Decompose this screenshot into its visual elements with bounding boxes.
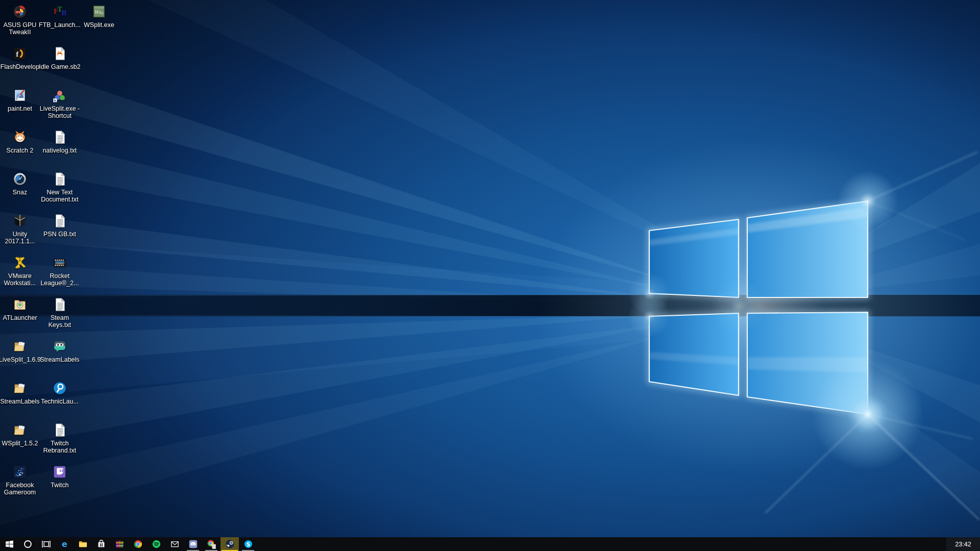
text-doc-icon — [51, 296, 68, 313]
taskbar-chrome-app-button[interactable] — [202, 537, 220, 551]
desktop-icon-asus-gpu-tweakii[interactable]: GPUASUS GPUTweakII — [0, 3, 40, 36]
desktop-icon-twitch[interactable]: Twitch — [40, 463, 80, 489]
search-ring-icon — [23, 539, 33, 549]
desktop-icon-techniclau[interactable]: TechnicLau... — [40, 380, 80, 406]
asus-gpu-tweak-icon: GPU — [11, 3, 29, 20]
desktop: GPUASUS GPUTweakIIfFlashDeveloppaint.net… — [0, 0, 980, 551]
facebook-gameroom-icon — [11, 463, 29, 481]
chrome-page-icon — [207, 539, 216, 549]
desktop-icon-label: WSplit_1.5.2 — [2, 440, 38, 447]
svg-text:S: S — [246, 541, 250, 548]
desktop-icon-label: FlashDevelop — [1, 64, 39, 71]
wsplit-exe-icon: Ws2 — [90, 3, 108, 20]
taskbar-mail-button[interactable] — [165, 537, 184, 551]
explorer-folder-icon — [78, 539, 88, 549]
edge-icon: e — [60, 539, 69, 549]
desktop-icon-wsplit-1-5-2[interactable]: WSplit_1.5.2 — [0, 421, 40, 447]
desktop-icon-paint-net[interactable]: paint.net — [0, 87, 40, 113]
desktop-icon-label: Unity2017.1.1... — [5, 231, 35, 245]
task-view-icon — [41, 539, 51, 549]
mail-envelope-icon — [170, 539, 180, 549]
taskbar-edge-button[interactable]: e — [55, 537, 74, 551]
desktop-icon-atlauncher[interactable]: ATLauncher — [0, 296, 40, 322]
text-doc-icon — [51, 129, 68, 146]
desktop-icon-idle-game-sb2[interactable]: Idle Game.sb2 — [40, 45, 80, 71]
streamlabs-face-icon — [51, 338, 68, 355]
desktop-icon-grid: GPUASUS GPUTweakIIfFlashDeveloppaint.net… — [0, 0, 980, 551]
chrome-icon — [133, 539, 143, 549]
store-bag-icon — [96, 539, 106, 549]
taskbar-clock[interactable]: 23:42 — [946, 537, 980, 551]
taskbar-start-button[interactable] — [0, 537, 18, 551]
taskbar-task-view-button[interactable] — [37, 537, 55, 551]
scratch-cat-icon — [11, 129, 29, 146]
desktop-icon-psn-gb-txt[interactable]: PSN GB.txt — [40, 212, 80, 238]
taskbar-discord-button[interactable] — [184, 537, 202, 551]
discord-icon — [188, 539, 198, 549]
desktop-icon-nativelog-txt[interactable]: nativelog.txt — [40, 129, 80, 155]
desktop-icon-label: Snaz — [13, 189, 28, 196]
taskbar-store-button[interactable] — [92, 537, 110, 551]
desktop-icon-label: paint.net — [8, 106, 32, 113]
scratch-doc-icon — [51, 45, 68, 62]
taskbar: eS 23:42 — [0, 537, 980, 551]
desktop-icon-twitch-rebrand-txt[interactable]: TwitchRebrand.txt — [40, 421, 80, 454]
desktop-icon-livesplit-exe-shortcut[interactable]: LiveSplit.exe -Shortcut — [40, 87, 80, 119]
desktop-icon-label: FTB_Launch... — [39, 22, 81, 29]
desktop-icon-label: LiveSplit_1.6.9 — [0, 357, 41, 364]
desktop-icon-label: Idle Game.sb2 — [39, 64, 80, 71]
desktop-icon-label: ASUS GPUTweakII — [4, 22, 37, 36]
folder-papers-icon — [11, 421, 29, 439]
taskbar-buttons: eS — [0, 537, 257, 551]
desktop-icon-label: TwitchRebrand.txt — [43, 440, 77, 454]
taskbar-steam-button[interactable] — [220, 537, 239, 551]
taskbar-skype-button[interactable]: S — [239, 537, 257, 551]
folder-papers-icon — [11, 338, 29, 355]
desktop-icon-label: VMwareWorkstati... — [4, 273, 36, 287]
snaz-icon — [11, 170, 29, 188]
twitch-icon — [51, 463, 68, 481]
taskbar-spotify-button[interactable] — [147, 537, 165, 551]
desktop-icon-facebook-gameroom[interactable]: FacebookGameroom — [0, 463, 40, 496]
desktop-icon-vmware-workstati[interactable]: VMwareWorkstati... — [0, 254, 40, 287]
unity-cube-icon — [11, 212, 29, 230]
ftb-icon: FTB — [51, 3, 68, 20]
atlauncher-folder-icon — [11, 296, 29, 313]
paintnet-icon — [11, 87, 29, 104]
desktop-icon-label: Scratch 2 — [7, 147, 34, 155]
winrar-books-icon — [115, 539, 125, 549]
desktop-icon-livesplit-1-6-9[interactable]: LiveSplit_1.6.9 — [0, 338, 40, 364]
taskbar-file-explorer-button[interactable] — [74, 537, 92, 551]
desktop-icon-label: TechnicLau... — [41, 398, 79, 406]
desktop-icon-snaz[interactable]: Snaz — [0, 170, 40, 196]
desktop-icon-label: New TextDocument.txt — [41, 189, 79, 203]
skype-icon: S — [243, 539, 253, 549]
desktop-icon-wsplit-exe[interactable]: Ws2WSplit.exe — [79, 3, 119, 29]
taskbar-empty-area — [257, 537, 946, 551]
desktop-icon-rocket-league-2[interactable]: RocketLeague®_2... — [40, 254, 80, 287]
steam-icon — [225, 539, 235, 549]
desktop-icon-streamlabels[interactable]: StreamLabels — [0, 380, 40, 406]
desktop-icon-label: StreamLabels — [40, 357, 79, 364]
video-file-icon — [51, 254, 68, 271]
desktop-icon-ftb-launch[interactable]: FTBFTB_Launch... — [40, 3, 80, 29]
text-doc-icon — [51, 421, 68, 439]
desktop-icon-label: FacebookGameroom — [4, 482, 36, 496]
desktop-icon-unity-2017-1-1[interactable]: Unity2017.1.1... — [0, 212, 40, 245]
svg-text:e: e — [62, 539, 67, 549]
desktop-icon-scratch-2[interactable]: Scratch 2 — [0, 129, 40, 155]
desktop-icon-new-text-document-txt[interactable]: New TextDocument.txt — [40, 170, 80, 203]
desktop-icon-steam-keys-txt[interactable]: SteamKeys.txt — [40, 296, 80, 329]
desktop-icon-label: StreamLabels — [0, 398, 39, 406]
desktop-icon-label: nativelog.txt — [43, 147, 77, 155]
desktop-icon-label: Twitch — [51, 482, 68, 489]
technic-icon — [51, 380, 68, 397]
desktop-icon-streamlabels[interactable]: StreamLabels — [40, 338, 80, 364]
text-doc-icon — [51, 170, 68, 188]
taskbar-search-button[interactable] — [18, 537, 37, 551]
desktop-icon-label: SteamKeys.txt — [48, 315, 71, 329]
taskbar-chrome-button[interactable] — [129, 537, 147, 551]
taskbar-winrar-button[interactable] — [110, 537, 129, 551]
desktop-icon-flashdevelop[interactable]: fFlashDevelop — [0, 45, 40, 71]
desktop-icon-label: ATLauncher — [3, 315, 37, 322]
